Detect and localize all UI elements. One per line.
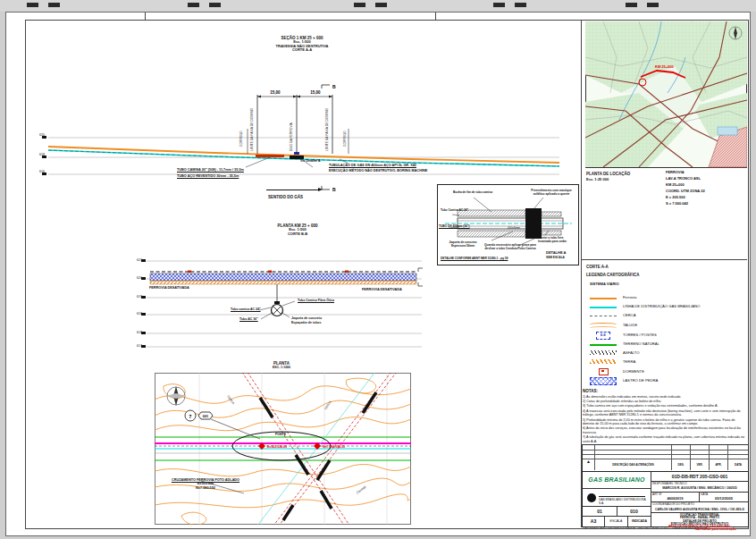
company-logo-icon [587,493,596,502]
legend-swatch-terreno [590,341,617,346]
legend-item-label: CERCA [623,313,636,317]
fold-mark [435,13,436,20]
vertical-label-eixo: EIXO DA FERROVIA [290,122,293,151]
annotation-see-detail: Ver Detalhe A [300,159,320,163]
sheet-total: 010 [617,509,651,514]
legend-title: LEGENDA CARTOGRÁFICA [586,273,640,277]
revision-table: ▲ DESCRIÇÃO DAS ALTERAÇÕES DES. VER. APR… [582,444,749,473]
legend-swatch-cerca [590,313,617,316]
callout-espacador: Espaçador de tubos [291,321,321,324]
fold-tick [188,3,199,7]
legend-item-label: LINHA DE DISTRIBUIÇÃO GÁS BRASILIANO [623,304,700,308]
company-cell: GAS BRASILIANO [583,472,651,488]
bubble-code: 001 [203,415,208,418]
map-info-line: KM 25+000 [666,183,685,188]
fold-tick [27,3,38,7]
callout-line: N=7.580.592 [165,486,246,490]
responsible-label: RESPONSÁVEL TÉCNICO [652,483,687,486]
location-map: KM 25+000 [585,21,747,168]
detail-label-graxa: Quando necessário aplicar graxa para des… [484,244,536,250]
map-info-line: S = 7.560.042 [666,202,688,206]
legend-item-label: Ferrovia [623,295,636,299]
ferrovia-desativada-left: FERROVIA DESATIVADA [149,286,189,290]
signature-line [599,496,645,497]
section-title: SEÇÃO 1 KM 25 + 000 Esc. 1:500 TRAVESSIA… [257,36,347,53]
note-line: 7) A tubulação de gás será assentada con… [583,435,746,443]
plan-map-title: PLANTA ESC. 1:1000 [246,361,317,369]
doc-number: 01D-DB-RDT 205-GSO-001 [651,474,748,479]
elevation-label: 618 [137,331,142,334]
art-label: ART Nº [652,493,662,497]
map-info-line: FERROVIA [666,171,685,175]
fold-tick [375,3,387,7]
elevation-label: 618 [137,312,142,316]
gas-direction-label: SENTIDO DO GÁS [268,195,303,199]
scale-value-cell: INDICADA [627,516,651,526]
detail-a-name: DETALHE A [546,251,566,256]
legend-swatch-asfalto [590,350,617,355]
legend-swatch-linha-gas [590,304,617,308]
legend-swatch-terra [590,359,617,364]
detail-norm-note: DETALHE CONFORME ABNT NBR 15280-1 - pg 5… [441,257,508,261]
detail-a-box: Bucha de fim de tubo camisa Preenchiment… [437,184,579,265]
sheet-number-cell: 01 [583,506,617,516]
sheet-number: 01 [583,509,617,514]
red-validity-note: Não válido para construção [695,527,736,531]
legend-item-label: LASTRO DE PEDRA [623,378,658,383]
plan-map-drawing: E=302.226,09 N=7.580.592,35 7 001 [155,373,411,525]
note-line: 1) As dimensões estão indicadas em metro… [583,395,746,400]
date-cell: DATA 05/12/2005 [699,492,748,501]
fold-tick [515,3,526,7]
fold-tick [209,3,221,7]
gas-direction-arrowhead [318,188,323,191]
format-cell: A3 [583,516,604,526]
date-label: DATA [701,493,708,497]
annotation-gas-pipe: TUBULAÇÃO DE GÁS DN 400mm AÇO API 5L GR.… [329,164,416,167]
map-info-line: LAV-A TRONCO ASL [666,177,701,181]
annotation-casing-2: TUBO AÇO REVESTIDO 30mm - 35,5m [177,174,239,178]
location-map-scale: Esc. 1:25 000 [586,178,609,182]
coordinator-value: CARLOS VALERIO AUGUSTA ROCHA / ENG. CIVI… [651,508,748,511]
vertical-label-corrego-right: CORREGO [343,131,347,147]
vertical-label-corrego-left: CORREGO [239,131,243,147]
elevation-label: 617 [137,344,142,348]
fold-tick [48,3,60,7]
top-strip [0,0,756,12]
legend-item-label: ASFALTO [623,350,639,355]
elevation-label: 620 [137,276,142,280]
legend-item-label: TERRENO NATURAL [623,341,659,346]
legend-swatch-dormente [590,368,617,375]
revision-header: DATA [728,459,748,470]
company-name: GAS BRASILIANO [583,476,651,483]
note-line: 6) Antes do início dos serviços, executa… [583,426,746,434]
ferrovia-desativada-right: FERROVIA DESATIVADA [362,288,402,291]
callout-tubo: Tubo AC 16" [239,317,258,321]
detail-label-tubo: TUBO DN 400mm (16") [439,225,469,229]
legend-item-label: DORMENTE [623,369,644,374]
right-divider [581,259,747,260]
legend-swatch-ferrovia [590,295,617,299]
plan-map-label-ponte: PONTE [275,433,286,436]
fold-tick [647,3,659,7]
art-cell: ART Nº 46062019 [651,492,699,501]
plan-b-title-line: CORTE B-B [253,232,342,237]
scale-label-cell: ESCALA [604,516,627,526]
vertical-label-limite-right: LIMITE DA FAIXA DE DOMÍNIO [325,108,329,151]
date-value: 05/12/2005 [700,496,748,501]
bubble-number: 7 [189,414,192,419]
cut-mark-bottom: B [332,187,336,192]
fold-tick [493,3,505,7]
detail-label-dim: 400x6mm [508,227,520,231]
marker-label-right: N=7.580.592,35 [323,445,345,449]
detail-label-jaqueta: Jaqueta de concreto Espessura 50mm [445,241,481,248]
scale-label: ESCALA [605,519,627,523]
title-block-footer: GÁS BRASILIANO DISTRIBUIDORA S.A. - PROJ… [583,527,707,531]
cut-mark-top: B [332,84,336,89]
dim-label-right: 15,00 [310,90,321,95]
title-block: GAS BRASILIANO GÁS BRASILIANO DISTRIBUID… [582,471,749,527]
coordinator-label: COORDENADOR DO PROJETO [652,503,694,507]
detail-label-mastique: Preenchimento com mastique asfáltico apl… [529,189,574,196]
detail-label-camisa: Tubo Camisa AC 24" [441,209,468,213]
format-value: A3 [583,518,604,524]
plan-map-callout: CRUZAMENTO FERROVIA FOTO ADLADO E=302.22… [165,478,246,490]
